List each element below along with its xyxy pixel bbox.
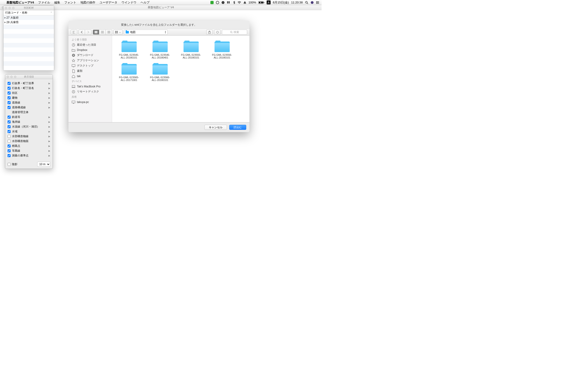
sidebar-item[interactable]: Dropbox (69, 48, 112, 52)
sort-chevron-icon[interactable]: ⌃ (50, 11, 52, 14)
region-row[interactable]: ▶28 兵庫県 (3, 20, 54, 25)
search-input[interactable]: 検索 (222, 30, 247, 35)
layer-checkbox[interactable] (8, 154, 10, 157)
layer-checkbox[interactable] (8, 96, 10, 99)
layer-checkbox[interactable] (8, 106, 10, 109)
region-row[interactable] (3, 25, 54, 29)
status-time[interactable]: 11:20:38 (291, 1, 303, 4)
layer-item[interactable]: 道路線▶ (8, 100, 50, 105)
forward-button[interactable] (85, 30, 91, 35)
shadow-checkbox[interactable] (8, 163, 10, 166)
view-columns-button[interactable] (106, 30, 112, 35)
layer-checkbox[interactable] (8, 149, 10, 152)
chevron-right-icon[interactable]: ▶ (48, 121, 50, 123)
region-row[interactable]: ▶27 大阪府 (3, 15, 54, 20)
layer-item[interactable]: 水部構造物面▶ (8, 139, 50, 144)
layer-item[interactable]: 道路管理主体 (8, 110, 50, 115)
tags-button[interactable] (214, 30, 221, 35)
cancel-button[interactable]: キャンセル (204, 125, 227, 130)
menu-font[interactable]: フォント (64, 0, 76, 5)
folder-item[interactable]: FG-GML-523566-ALL-20180101 (145, 62, 175, 84)
region-row[interactable] (3, 48, 54, 52)
layer-checkbox[interactable] (8, 130, 10, 133)
chevron-right-icon[interactable]: ▶ (48, 106, 50, 109)
region-row[interactable] (3, 52, 54, 57)
layer-item[interactable]: 街区▶ (8, 91, 50, 95)
chevron-right-icon[interactable]: ▶ (48, 135, 50, 138)
menu-map-ops[interactable]: 地図の操作 (80, 0, 95, 5)
region-row[interactable] (3, 29, 54, 34)
folder-item[interactable]: FG-GML-523546-ALL-20180401 (145, 39, 175, 62)
layer-item[interactable]: 海岸線▶ (8, 119, 50, 124)
sidebar-item[interactable]: takuya-pc (69, 100, 112, 105)
app-name[interactable]: 基盤地図ビューアV4 (6, 0, 34, 5)
status-date[interactable]: 6月15日(金) (273, 0, 289, 5)
region-row[interactable] (3, 57, 54, 61)
layer-checkbox[interactable] (8, 120, 10, 123)
layer-checkbox[interactable] (8, 87, 10, 90)
spotlight-icon[interactable] (305, 1, 308, 4)
region-row[interactable] (3, 43, 54, 48)
menu-window[interactable]: ウインドウ (121, 0, 137, 5)
layer-item[interactable]: 測量の基準点▶ (8, 153, 50, 158)
folder-item[interactable]: FG-GML-523565-ALL-20171001 (113, 62, 145, 84)
sidebar-item[interactable]: 最近使った項目 (69, 42, 112, 48)
status-wifi-icon[interactable] (237, 1, 241, 4)
siri-icon[interactable] (311, 1, 314, 4)
region-row[interactable] (3, 34, 54, 38)
folder-item[interactable]: FG-GML-523545-ALL-20180101 (113, 39, 145, 62)
region-column-header[interactable]: 行政コード・名称 ⌃ (3, 10, 54, 15)
layer-item[interactable]: 標高点▶ (8, 144, 50, 148)
chevron-right-icon[interactable]: ▶ (48, 82, 50, 85)
layer-checkbox[interactable] (8, 140, 10, 143)
close-icon[interactable] (7, 76, 9, 78)
sidebar-item[interactable]: デスクトップ (69, 63, 112, 68)
chevron-right-icon[interactable]: ▶ (48, 116, 50, 118)
status-battery-icon[interactable] (258, 1, 264, 4)
chevron-right-icon[interactable]: ▶ (48, 97, 50, 99)
layer-checkbox[interactable] (8, 101, 10, 104)
notifications-icon[interactable] (316, 1, 319, 4)
folder-item[interactable]: FG-GML-523555-ALL-20180101 (175, 39, 207, 62)
chevron-right-icon[interactable]: ▶ (48, 150, 50, 152)
layer-item[interactable]: 等高線▶ (8, 148, 50, 153)
layer-item[interactable]: 建物▶ (8, 95, 50, 100)
layer-checkbox[interactable] (8, 92, 10, 94)
sidebar-item[interactable]: Tak's MacBook Pro (69, 84, 112, 89)
layer-checkbox[interactable] (8, 82, 10, 85)
status-eject-icon[interactable] (243, 1, 246, 4)
folder-item[interactable]: FG-GML-523556-ALL-20180101 (207, 39, 237, 62)
menu-help[interactable]: ヘルプ (141, 0, 149, 5)
layer-checkbox[interactable] (8, 125, 10, 128)
menu-file[interactable]: ファイル (38, 0, 50, 5)
layer-checkbox[interactable] (8, 144, 10, 148)
status-bluetooth-icon[interactable] (233, 1, 235, 4)
view-list-button[interactable] (99, 30, 106, 35)
layer-item[interactable]: 鉄道等▶ (8, 115, 50, 119)
confirm-button[interactable]: 読込む (229, 125, 246, 130)
layer-checkbox[interactable] (8, 116, 10, 119)
layer-item[interactable]: 水涯線（河川・湖沼）▶ (8, 124, 50, 129)
sidebar-toggle-button[interactable] (71, 30, 77, 35)
menu-userdata[interactable]: ユーザデータ (99, 0, 117, 5)
close-icon[interactable] (5, 7, 7, 9)
sidebar-item[interactable]: アプリケーション (69, 58, 112, 63)
chevron-right-icon[interactable]: ▶ (48, 87, 50, 90)
layer-item[interactable]: 道路構成線▶ (8, 105, 50, 110)
layer-item[interactable]: 行政界・町丁目界▶ (8, 81, 50, 86)
menu-edit[interactable]: 編集 (54, 0, 60, 5)
status-sync-icon[interactable] (221, 1, 225, 4)
sidebar-item[interactable]: tak (69, 74, 112, 79)
status-cc-icon[interactable] (216, 1, 219, 4)
path-popup[interactable]: 地図 ▴▾ (124, 30, 168, 35)
minimize-icon[interactable] (10, 76, 13, 78)
view-icons-button[interactable] (93, 30, 99, 35)
layer-item[interactable]: 行政名・町丁目名▶ (8, 86, 50, 91)
chevron-right-icon[interactable]: ▶ (48, 154, 50, 157)
minimize-icon[interactable] (9, 7, 11, 9)
layer-item[interactable]: 水域▶ (8, 129, 50, 134)
status-input-mode[interactable]: あ (267, 0, 271, 4)
sidebar-item[interactable]: リモートディスク (69, 89, 112, 94)
zoom-icon[interactable] (14, 76, 16, 78)
sidebar-item[interactable]: ダウンロード (69, 52, 112, 58)
